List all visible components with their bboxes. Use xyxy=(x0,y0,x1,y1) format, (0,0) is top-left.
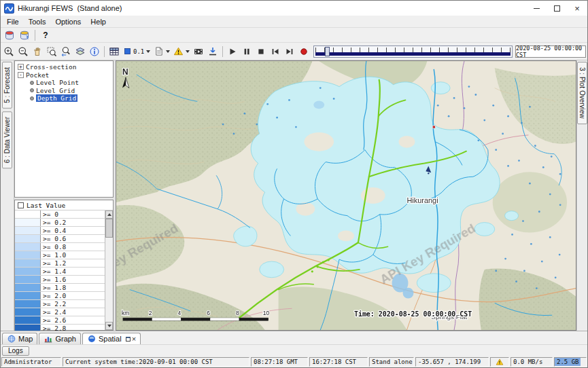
database-yellow-button[interactable] xyxy=(18,29,31,42)
tree-item-label: Level Point xyxy=(36,79,79,86)
legend-title: Last Value xyxy=(27,202,65,209)
grid-display-icon xyxy=(109,46,120,57)
svg-text:6: 6 xyxy=(207,310,210,316)
layer-node-icon xyxy=(30,81,34,85)
timeline-ticks xyxy=(315,48,511,52)
chart-icon xyxy=(44,334,53,344)
scroll-down-icon[interactable] xyxy=(105,322,113,330)
svg-text:N: N xyxy=(122,67,128,77)
grid-display-button[interactable] xyxy=(107,45,121,58)
info-icon xyxy=(89,46,100,57)
scrollbar-thumb[interactable] xyxy=(105,219,113,238)
info-button[interactable] xyxy=(88,45,101,58)
legend-label: >= 2.4 xyxy=(41,308,66,316)
status-user: Administrator xyxy=(1,357,61,367)
threshold-dropdown[interactable]: 0.1 xyxy=(122,45,152,58)
legend-label: >= 1.6 xyxy=(41,276,66,283)
help-button[interactable]: ? xyxy=(39,29,52,42)
layer-tree: + Cross-section - Pocket Level Point Lev… xyxy=(14,60,114,198)
timeline-thumb[interactable] xyxy=(325,47,330,56)
status-cst-time: 16:27:18 CST xyxy=(309,357,368,367)
last-value-checkbox[interactable] xyxy=(18,202,24,208)
scroll-up-icon[interactable] xyxy=(105,210,113,219)
float-icon[interactable] xyxy=(126,337,131,342)
menu-tools[interactable]: Tools xyxy=(24,16,51,27)
step-back-icon xyxy=(270,46,281,57)
legend-swatch xyxy=(15,243,41,251)
tree-item-level-point[interactable]: Level Point xyxy=(15,79,113,87)
maximize-button[interactable] xyxy=(547,1,567,16)
legend-body: >= 0 >= 0.2 >= 0.4 >= 0.6 >= 0.8 >= 1.0 … xyxy=(15,210,113,330)
legend-label: >= 0.4 xyxy=(41,227,66,234)
menu-file[interactable]: File xyxy=(2,16,24,27)
zoom-out-button[interactable] xyxy=(16,45,30,58)
tree-item-label: Pocket xyxy=(26,71,49,79)
tree-item-level-grid[interactable]: Level Grid xyxy=(15,87,113,95)
menu-help[interactable]: Help xyxy=(86,16,111,27)
step-back-button[interactable] xyxy=(269,45,282,58)
record-icon xyxy=(298,46,309,57)
minimize-button[interactable] xyxy=(526,1,547,16)
layers-button[interactable] xyxy=(73,45,87,58)
legend-row: >= 1.8 xyxy=(15,284,105,292)
tree-item-label: Level Grid xyxy=(36,87,75,94)
app-logo-icon xyxy=(4,3,14,14)
database-red-button[interactable] xyxy=(3,29,16,42)
legend-swatch xyxy=(15,268,41,275)
export-button[interactable] xyxy=(206,45,220,58)
timeline-slider[interactable] xyxy=(313,45,513,58)
zoom-in-button[interactable] xyxy=(2,45,16,58)
tree-item-pocket[interactable]: - Pocket xyxy=(15,71,113,79)
expand-icon[interactable]: + xyxy=(18,64,24,70)
tab-graph[interactable]: Graph xyxy=(39,333,81,344)
tab-forecast[interactable]: 5 : Forecast xyxy=(2,62,12,109)
svg-text:2: 2 xyxy=(149,310,152,316)
legend-swatch xyxy=(15,227,41,234)
legend-row: >= 1.2 xyxy=(15,259,105,268)
collapse-icon[interactable]: - xyxy=(18,72,24,78)
window-title: Hikurangi FEWS (Stand alone) xyxy=(18,4,526,12)
tree-item-label: Cross-section xyxy=(26,63,76,71)
threshold-combo-icon xyxy=(123,47,132,56)
warning-dropdown[interactable] xyxy=(172,45,191,58)
record-button[interactable] xyxy=(297,45,311,58)
left-panel: + Cross-section - Pocket Level Point Lev… xyxy=(14,60,114,331)
legend-swatch xyxy=(15,219,41,226)
tree-item-depth-grid[interactable]: Depth Grid xyxy=(15,94,113,103)
spatial-icon xyxy=(87,334,97,344)
scrollbar-track[interactable] xyxy=(105,219,113,322)
tab-data-viewer[interactable]: 6 : Data Viewer xyxy=(2,111,12,168)
legend-label: >= 2.2 xyxy=(41,300,66,308)
logs-button[interactable]: Logs xyxy=(2,346,29,356)
legend-label: >= 0.8 xyxy=(41,243,66,251)
close-icon[interactable]: × xyxy=(132,335,136,343)
legend-label: >= 0.6 xyxy=(41,235,66,242)
status-warning-cell[interactable] xyxy=(490,357,509,367)
play-icon xyxy=(227,46,238,57)
tab-plot-overview[interactable]: 3 : Plot Overview xyxy=(577,62,587,124)
tree-item-cross-section[interactable]: + Cross-section xyxy=(15,63,113,71)
play-button[interactable] xyxy=(226,45,239,58)
legend-label: >= 1.2 xyxy=(41,259,66,267)
zoom-previous-icon xyxy=(60,46,71,57)
zoom-previous-button[interactable] xyxy=(59,45,73,58)
legend-swatch xyxy=(15,300,41,308)
status-system-time: Current system time:2020-09-01 00:00 CST xyxy=(63,357,249,367)
animation-button[interactable] xyxy=(192,45,205,58)
right-tab-strip: 3 : Plot Overview xyxy=(576,60,587,331)
tree-item-label: Depth Grid xyxy=(36,94,77,102)
document-dropdown[interactable] xyxy=(152,45,171,58)
zoom-extent-button[interactable] xyxy=(45,45,58,58)
pan-button[interactable] xyxy=(31,45,44,58)
map-canvas[interactable]: API Key Required API Key Required Hikura… xyxy=(116,61,576,330)
legend-scrollbar[interactable] xyxy=(105,210,113,330)
step-forward-button[interactable] xyxy=(283,45,296,58)
pause-button[interactable] xyxy=(240,45,254,58)
close-button[interactable]: × xyxy=(567,1,587,16)
current-time-field[interactable]: 2020-08-25 00:00:00 CST xyxy=(515,45,586,58)
tab-map[interactable]: Map xyxy=(2,333,37,344)
stop-button[interactable] xyxy=(254,45,268,58)
menu-options[interactable]: Options xyxy=(50,16,86,27)
tab-spatial[interactable]: Spatial × xyxy=(82,333,141,344)
map-viewport[interactable]: API Key Required API Key Required Hikura… xyxy=(116,60,576,331)
